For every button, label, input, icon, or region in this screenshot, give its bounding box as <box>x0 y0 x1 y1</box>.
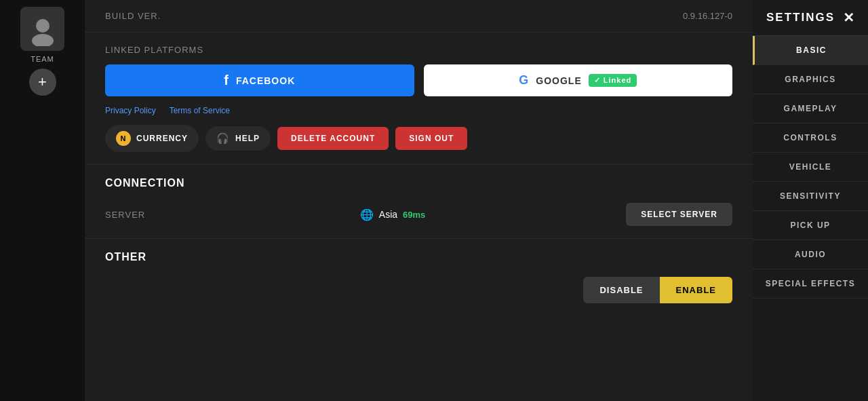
actions-row: N CURRENCY 🎧 HELP DELETE ACCOUNT SIGN OU… <box>105 125 732 152</box>
delete-account-button[interactable]: DELETE ACCOUNT <box>277 127 389 150</box>
other-title: OTHER <box>105 251 732 263</box>
server-info: 🌐 Asia 69ms <box>360 208 425 221</box>
server-ping: 69ms <box>403 210 425 220</box>
other-controls: DISABLE ENABLE <box>105 277 732 303</box>
select-server-button[interactable]: SELECT SERVER <box>626 203 732 226</box>
enable-button[interactable]: ENABLE <box>660 277 732 303</box>
sidebar-item-pick-up[interactable]: PICK UP <box>753 211 868 240</box>
sign-out-button[interactable]: SIGN OUT <box>395 127 467 150</box>
platforms-row: f FACEBOOK G GOOGLE ✓ Linked <box>105 64 732 96</box>
server-region: Asia <box>379 209 397 220</box>
terms-of-service-link[interactable]: Terms of Service <box>170 106 230 115</box>
build-ver-value: 0.9.16.127-0 <box>683 11 732 21</box>
help-label: HELP <box>235 134 260 143</box>
sidebar-item-controls[interactable]: CONTROLS <box>753 123 868 153</box>
svg-point-1 <box>32 34 54 46</box>
server-label: SERVER <box>105 210 159 220</box>
sidebar-item-vehicle[interactable]: VEHICLE <box>753 153 868 182</box>
avatar <box>20 7 64 51</box>
settings-header: SETTINGS ✕ <box>753 0 868 36</box>
other-section: OTHER DISABLE ENABLE <box>85 239 753 316</box>
facebook-label: FACEBOOK <box>236 75 295 86</box>
sidebar-item-special-effects[interactable]: SPECIAL EFFECTS <box>753 269 868 299</box>
left-sidebar: TEAM + <box>0 0 85 401</box>
google-icon: G <box>519 73 529 88</box>
facebook-button[interactable]: f FACEBOOK <box>105 64 414 96</box>
team-label: TEAM <box>31 55 54 63</box>
linked-badge-text: ✓ Linked <box>594 76 632 85</box>
google-label: GOOGLE <box>536 75 581 86</box>
linked-platforms-label: LINKED PLATFORMS <box>105 45 732 55</box>
right-sidebar: SETTINGS ✕ BASICGRAPHICSGAMEPLAYCONTROLS… <box>753 0 868 401</box>
sidebar-item-audio[interactable]: AUDIO <box>753 240 868 269</box>
connection-title: CONNECTION <box>105 177 732 189</box>
globe-icon: 🌐 <box>360 208 374 221</box>
disable-button[interactable]: DISABLE <box>583 277 659 303</box>
nav-items-container: BASICGRAPHICSGAMEPLAYCONTROLSVEHICLESENS… <box>753 36 868 299</box>
svg-point-0 <box>36 19 50 33</box>
help-button[interactable]: 🎧 HELP <box>205 126 271 151</box>
server-row: SERVER 🌐 Asia 69ms SELECT SERVER <box>105 203 732 226</box>
add-team-button[interactable]: + <box>29 69 56 96</box>
currency-button[interactable]: N CURRENCY <box>105 125 199 152</box>
headphone-icon: 🎧 <box>216 132 230 145</box>
privacy-policy-link[interactable]: Privacy Policy <box>105 106 156 115</box>
main-content: BUILD VER. 0.9.16.127-0 LINKED PLATFORMS… <box>85 0 753 401</box>
connection-section: CONNECTION SERVER 🌐 Asia 69ms SELECT SER… <box>85 165 753 239</box>
build-ver-label: BUILD VER. <box>105 11 161 21</box>
sidebar-item-gameplay[interactable]: GAMEPLAY <box>753 94 868 123</box>
close-button[interactable]: ✕ <box>843 9 854 26</box>
settings-title: SETTINGS <box>766 11 835 24</box>
currency-icon: N <box>116 131 131 146</box>
sidebar-item-basic[interactable]: BASIC <box>753 36 868 65</box>
facebook-icon: f <box>224 73 229 88</box>
legal-links-row: Privacy Policy Terms of Service <box>105 106 732 115</box>
build-version-row: BUILD VER. 0.9.16.127-0 <box>85 0 753 33</box>
linked-platforms-section: LINKED PLATFORMS f FACEBOOK G GOOGLE ✓ L… <box>85 33 753 165</box>
sidebar-item-graphics[interactable]: GRAPHICS <box>753 65 868 94</box>
linked-badge: ✓ Linked <box>589 74 637 87</box>
currency-label: CURRENCY <box>136 134 188 143</box>
google-button[interactable]: G GOOGLE ✓ Linked <box>424 64 733 96</box>
sidebar-item-sensitivity[interactable]: SENSITIVITY <box>753 182 868 211</box>
